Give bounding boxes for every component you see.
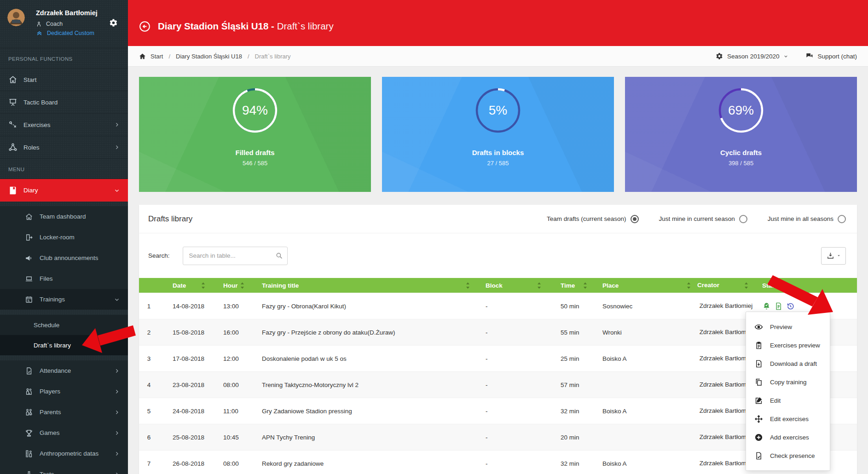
radio-unchecked[interactable]	[739, 215, 747, 223]
sidebar-item-label: Exercises	[23, 121, 51, 128]
sidebar-item-trainings[interactable]: Trainings	[0, 289, 128, 310]
breadcrumb-current: Draft`s library	[255, 53, 291, 60]
sort-icon[interactable]	[240, 282, 244, 289]
sort-icon[interactable]	[537, 282, 541, 289]
card-counts: 398 / 585	[625, 160, 857, 167]
gear-icon	[716, 52, 723, 60]
cell-training-title: Doskonalenie podań w uk 5 os	[251, 355, 476, 362]
menu-item-add-exercises[interactable]: Add exercises	[746, 428, 830, 446]
menu-item-copy-training[interactable]: Copy training	[746, 373, 830, 391]
stat-card-cyclic-drafts: 69%Cyclic drafts398 / 585	[625, 77, 857, 192]
donut-percent: 94%	[232, 88, 278, 133]
sidebar-item-diary[interactable]: Diary	[0, 179, 128, 202]
row-menu-button[interactable]	[817, 303, 830, 309]
sidebar-item-start[interactable]: Start	[0, 69, 128, 91]
menu-item-download-a-draft[interactable]: Download a draft	[746, 354, 830, 373]
avatar	[7, 9, 25, 26]
cell-block: -	[476, 460, 548, 467]
sidebar-item-label: Tests	[40, 471, 54, 474]
app-window: Zdrzałek Bartłomiej Coach Dedicated Cust…	[0, 0, 868, 474]
back-icon[interactable]	[139, 20, 151, 33]
sidebar-item-games[interactable]: Games	[0, 422, 128, 443]
home2-icon	[25, 213, 33, 221]
season-label: Season 2019/2020	[727, 53, 779, 60]
filter-just-mine-in-all-seasons[interactable]: Just mine in all seasons	[768, 215, 846, 223]
filter-label: Just mine in current season	[659, 215, 735, 222]
row-number: 7	[139, 460, 159, 467]
attendance-icon	[25, 367, 33, 375]
column-header-block[interactable]: Block	[476, 278, 548, 293]
stat-cards: 94%Filled drafts546 / 5855%Drafts in blo…	[139, 77, 857, 192]
settings-gear-icon[interactable]	[109, 18, 118, 27]
sidebar-item-attendance[interactable]: Attendance	[0, 360, 128, 381]
sort-icon[interactable]	[687, 282, 691, 289]
sort-icon[interactable]	[201, 282, 205, 289]
sidebar-item-players[interactable]: Players	[0, 381, 128, 402]
sort-icon[interactable]	[466, 282, 470, 289]
chat-icon	[806, 52, 813, 60]
menu-item-preview[interactable]: Preview	[746, 318, 830, 336]
sidebar-item-files[interactable]: Files	[0, 268, 128, 289]
stat-card-filled-drafts: 94%Filled drafts546 / 585	[139, 77, 371, 192]
column-label: Time	[561, 282, 575, 289]
user-plan-link[interactable]: Dedicated Custom	[47, 30, 94, 36]
card-counts: 546 / 585	[139, 160, 371, 167]
breadcrumb-diary[interactable]: Diary Stadion Śląski U18	[176, 53, 242, 60]
sidebar-item-club-announcements[interactable]: Club announcements	[0, 248, 128, 268]
menu-item-edit[interactable]: Edit	[746, 391, 830, 410]
column-header-training-title[interactable]: Training title	[251, 278, 476, 293]
hamburger-icon	[817, 303, 825, 309]
menu-item-check-presence[interactable]: Check presence	[746, 446, 830, 465]
sidebar-item-label: Trainings	[40, 296, 65, 303]
board-icon	[8, 98, 17, 107]
search-input[interactable]	[183, 247, 288, 265]
sidebar-item-draft-s-library[interactable]: Draft`s library	[0, 335, 128, 355]
column-header-hour[interactable]: Hour	[212, 278, 251, 293]
sidebar-item-tactic-board[interactable]: Tactic Board	[0, 91, 128, 114]
chevron-down-icon	[114, 188, 120, 193]
sidebar-item-label: Draft`s library	[34, 342, 71, 349]
sidebar-item-parents[interactable]: Parents	[0, 402, 128, 422]
column-header-date[interactable]: Date	[159, 278, 212, 293]
cell-training-title: Rekord gry zadaniowe	[251, 460, 476, 467]
chevron-right-icon	[114, 368, 120, 374]
cell-block: -	[476, 382, 548, 388]
sidebar-item-tests[interactable]: Tests	[0, 464, 128, 474]
sidebar-item-schedule[interactable]: Schedule	[0, 315, 128, 335]
cell-training-title: APN Tychy Trening	[251, 434, 476, 441]
menu-item-label: Add exercises	[770, 434, 809, 441]
sort-icon[interactable]	[744, 282, 748, 289]
home-icon[interactable]	[139, 53, 146, 60]
column-header-time[interactable]: Time	[548, 278, 594, 293]
season-selector[interactable]: Season 2019/2020	[716, 52, 788, 60]
breadcrumb-start[interactable]: Start	[150, 53, 163, 60]
radio-checked[interactable]	[631, 215, 639, 223]
column-header-creator[interactable]: Creator	[697, 278, 755, 293]
column-header-place[interactable]: Place	[594, 278, 697, 293]
row-number: 6	[139, 434, 159, 441]
filter-team-drafts-current-season[interactable]: Team drafts (current season)	[547, 215, 639, 223]
row-actions-menu: PreviewExercises previewDownload a draft…	[746, 312, 830, 471]
sidebar-item-locker-room[interactable]: Locker-room	[0, 227, 128, 248]
notification-bell-icon	[762, 302, 771, 311]
menu-item-label: Download a draft	[770, 360, 817, 367]
chevron-right-icon	[114, 389, 120, 394]
filter-just-mine-in-current-season[interactable]: Just mine in current season	[659, 215, 747, 223]
menu-item-edit-exercises[interactable]: Edit exercises	[746, 410, 830, 428]
sidebar-item-anthropometric-datas[interactable]: Anthropometric datas	[0, 443, 128, 464]
sort-icon[interactable]	[583, 282, 587, 289]
sidebar-section-menu: MENU	[0, 159, 128, 179]
sidebar-item-team-dashboard[interactable]: Team dashboard	[0, 206, 128, 227]
cell-creator: Zdrzałek Bartłomiej	[697, 302, 755, 310]
support-chat-link[interactable]: Support (chat)	[806, 52, 857, 60]
cell-training-title: Fazy gry - Przejście z obrony do ataku(D…	[251, 329, 476, 336]
cell-date: 23-08-2018	[159, 382, 212, 388]
row-number: 2	[139, 329, 159, 336]
menu-item-label: Copy training	[770, 379, 807, 386]
radio-unchecked[interactable]	[838, 215, 846, 223]
menu-item-exercises-preview[interactable]: Exercises preview	[746, 336, 830, 354]
sidebar-item-roles[interactable]: Roles	[0, 136, 128, 159]
eye-icon	[754, 323, 763, 331]
sidebar-item-exercises[interactable]: Exercises	[0, 114, 128, 136]
export-button[interactable]	[821, 247, 846, 265]
